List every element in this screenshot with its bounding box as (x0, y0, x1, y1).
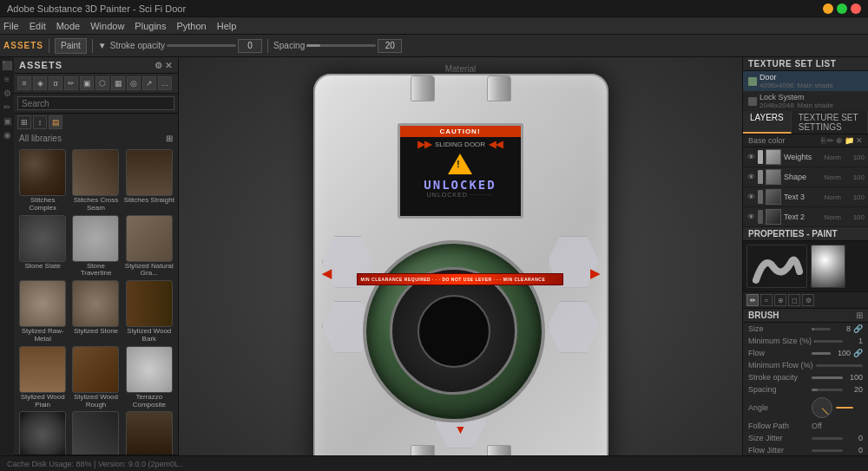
stroke-opacity-input[interactable] (238, 39, 262, 53)
grid-view-icon[interactable]: ⊞ (166, 134, 173, 143)
layer-opacity-3: 100 (844, 193, 865, 201)
view-all-btn[interactable]: ⊞ (17, 115, 31, 129)
type-filter-btn[interactable]: ▤ (49, 115, 62, 129)
paint-smear-btn[interactable]: ≈ (760, 294, 773, 306)
list-item[interactable]: Stylized Stone (70, 280, 121, 343)
list-item[interactable]: Terrazzo Composite (124, 346, 174, 409)
sort-btn[interactable]: ↕ (33, 115, 47, 129)
brush-collapse-icon[interactable]: ⊞ (856, 311, 863, 320)
filter-shader-btn[interactable]: ◎ (127, 76, 141, 90)
filter-brush-btn[interactable]: ✏ (64, 76, 78, 90)
layers-icon[interactable]: ≡ (1, 73, 13, 85)
layer-text3[interactable]: 👁 Text 3 Norm 100 (743, 187, 868, 207)
filter-all-btn[interactable]: ≡ (17, 76, 31, 90)
menu-mode[interactable]: Mode (56, 21, 81, 31)
list-item[interactable]: Stitches Cross Seam (70, 149, 121, 213)
filter-texture-btn[interactable]: ▣ (80, 76, 94, 90)
layer-visibility-icon[interactable]: 👁 (746, 153, 755, 161)
flow-slider[interactable] (812, 352, 831, 355)
stroke-opacity-slider[interactable] (167, 44, 236, 47)
paint-mode-toolbar: ✏ ≈ ⊕ ◻ ⚙ (743, 292, 868, 309)
menu-plugins[interactable]: Plugins (135, 21, 166, 31)
layer-shape[interactable]: 👁 Shape Norm 100 (743, 167, 868, 187)
layers-folder-icon[interactable]: 📁 (845, 136, 854, 145)
spacing-label: Spacing (273, 41, 305, 50)
stroke-opacity-prop-slider[interactable] (812, 376, 843, 379)
size-jitter-label: Size Jitter (748, 434, 809, 442)
list-item[interactable]: Wood Bark (124, 411, 174, 455)
filter-alpha-btn[interactable]: α (49, 76, 62, 90)
base-color-row: Base color ⎘ ✏ ⊕ 📁 ✕ (743, 134, 868, 147)
list-item[interactable]: Stitches Straight (124, 149, 174, 213)
layers-delete-icon[interactable]: ✕ (856, 136, 863, 145)
layer-visibility-icon-3[interactable]: 👁 (746, 193, 755, 201)
layers-paint-icon[interactable]: ✏ (827, 136, 834, 145)
bottom-nav-arrow: ▼ (455, 422, 467, 436)
list-item[interactable]: Stylized Wood Bark (124, 280, 174, 343)
layer-weights[interactable]: 👁 Weights Norm 100 (743, 147, 868, 167)
top-cylinder-left (411, 75, 435, 101)
right-nav-arrow: ▶ (590, 266, 600, 280)
list-item[interactable]: Stylized Raw-Metal (17, 280, 68, 343)
min-flow-slider[interactable] (816, 364, 863, 367)
list-item[interactable]: Stone Slate (17, 215, 68, 278)
size-lock-icon[interactable]: 🔗 (853, 324, 863, 333)
brush-sphere-preview (811, 245, 845, 288)
layer-text2[interactable]: 👁 Text 2 Norm 100 (743, 207, 868, 227)
texture-set-door[interactable]: Door 4096x4096 Main shade (743, 71, 868, 91)
list-item[interactable]: Stylized Wood Plain (17, 346, 68, 409)
flow-lock-icon[interactable]: 🔗 (853, 349, 863, 357)
filter-smart-btn[interactable]: ◈ (33, 76, 47, 90)
assets-settings-icon[interactable]: ⚙ (155, 61, 163, 70)
filter-more-btn[interactable]: … (158, 76, 172, 90)
min-size-slider[interactable] (814, 340, 843, 343)
menu-edit[interactable]: Edit (30, 21, 46, 31)
spacing-slider[interactable] (306, 44, 376, 47)
layer-visibility-icon-2[interactable]: 👁 (746, 173, 755, 181)
filter-3d-btn[interactable]: ⬡ (95, 76, 109, 90)
tab-texture-set-settings[interactable]: TEXTURE SET SETTINGS (792, 111, 868, 134)
paint-settings-btn[interactable]: ⚙ (802, 294, 814, 306)
search-input[interactable] (17, 96, 174, 110)
list-item[interactable]: Stylized Wood Rough (70, 346, 121, 409)
menu-python[interactable]: Python (176, 21, 206, 31)
paint-brush-btn[interactable]: ✏ (746, 294, 759, 306)
flow-jitter-slider[interactable] (812, 449, 843, 452)
maximize-btn[interactable] (837, 3, 847, 14)
paint-mode-btn[interactable]: Paint (55, 38, 87, 54)
minimize-btn[interactable] (823, 3, 833, 14)
size-slider[interactable] (812, 328, 831, 330)
assets-close-icon[interactable]: ✕ (165, 61, 173, 70)
layer-blend-4: Norm (824, 213, 841, 221)
menu-help[interactable]: Help (217, 21, 237, 31)
filter-gradient-btn[interactable]: ▦ (111, 76, 125, 90)
list-item[interactable]: Stylized Natural Gra... (124, 215, 174, 278)
spacing-input[interactable] (378, 39, 402, 53)
assets-icon[interactable]: ⬛ (1, 59, 13, 71)
filter-export-btn[interactable]: ↗ (142, 76, 156, 90)
angle-value: 0 (856, 403, 868, 412)
paint-clone-btn[interactable]: ⊕ (774, 294, 786, 306)
angle-wheel[interactable] (812, 397, 832, 418)
layers-copy-icon[interactable]: ⎘ (821, 136, 825, 145)
texture-set-lock-system[interactable]: Lock System 2048x2048 Main shade (743, 91, 868, 111)
list-item[interactable]: Tightening Cord Eyelet (17, 411, 68, 455)
brush-icon[interactable]: ✏ (1, 101, 13, 113)
layers-effect-icon[interactable]: ⊕ (836, 136, 843, 145)
texture-set-resolution-2: 2048x2048 (760, 101, 794, 109)
properties-icon[interactable]: ⚙ (1, 87, 13, 99)
list-item[interactable]: Tightening Cord Lace (70, 411, 121, 455)
list-item[interactable]: Stone Travertine (70, 215, 121, 278)
paint-eraser-btn[interactable]: ◻ (788, 294, 800, 306)
menu-window[interactable]: Window (90, 21, 124, 31)
close-btn[interactable] (851, 3, 861, 14)
menu-file[interactable]: File (3, 21, 19, 31)
spacing-prop-slider[interactable] (812, 389, 843, 391)
size-jitter-slider[interactable] (812, 437, 843, 440)
display-icon[interactable]: ◉ (1, 128, 13, 141)
tab-layers[interactable]: LAYERS (743, 111, 792, 134)
list-item[interactable]: Stitches Complex (17, 149, 68, 213)
viewport[interactable]: Material CAUTION! (179, 57, 742, 471)
layer-visibility-icon-4[interactable]: 👁 (746, 213, 755, 221)
texture-icon[interactable]: ▣ (1, 114, 13, 127)
